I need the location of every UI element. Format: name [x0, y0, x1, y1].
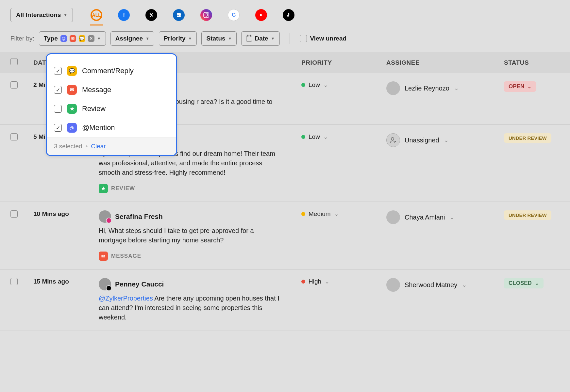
chevron-down-icon: ▼ — [145, 36, 149, 41]
app-root: All Interactions ▼ ALL f 𝕏 G Filter by: … — [0, 0, 570, 392]
priority-label: Low — [309, 81, 320, 89]
priority-selector[interactable]: Low⌄ — [301, 81, 328, 89]
filter-assignee[interactable]: Assignee ▼ — [110, 31, 154, 46]
chevron-down-icon: ⌄ — [444, 137, 449, 144]
message-icon: ✉ — [67, 85, 77, 95]
chevron-down-icon: ⌄ — [325, 278, 329, 285]
type-option-label: @Mention — [82, 123, 115, 132]
mention-icon: @ — [60, 35, 67, 42]
status-badge[interactable]: UNDER REVIEW — [504, 210, 551, 220]
view-unread-checkbox[interactable] — [300, 35, 307, 42]
tiktok-icon[interactable] — [283, 9, 294, 21]
type-option-checkbox[interactable] — [54, 105, 62, 113]
filter-status[interactable]: Status ▼ — [201, 31, 237, 46]
chevron-down-icon: ▼ — [188, 36, 192, 41]
chevron-down-icon: ▼ — [271, 36, 275, 41]
row-date: 10 Mins ago — [33, 210, 99, 218]
type-option-checkbox[interactable] — [54, 86, 62, 94]
status-label: OPEN — [509, 83, 524, 90]
mention-link[interactable]: @ZylkerProperties — [99, 295, 153, 302]
network-badge-icon — [106, 218, 112, 223]
filter-status-label: Status — [206, 35, 225, 42]
assignee-selector[interactable]: Unassigned⌄ — [386, 133, 504, 147]
type-option-mention[interactable]: @@Mention — [47, 118, 176, 137]
filter-priority[interactable]: Priority ▼ — [159, 31, 197, 46]
interaction-type-label: REVIEW — [111, 185, 135, 192]
col-header-assignee: ASSIGNEE — [386, 59, 504, 66]
filter-type[interactable]: Type @ ✉ 💬 ✕ ▼ — [39, 31, 106, 46]
table-row[interactable]: 15 Mins agoPenney Caucci@ZylkerPropertie… — [0, 270, 570, 331]
comment-icon: 💬 — [79, 35, 85, 42]
type-option-label: Comment/Reply — [82, 67, 134, 75]
linkedin-icon[interactable] — [173, 9, 185, 21]
svg-point-2 — [177, 14, 178, 14]
assignee-selector[interactable]: Sherwood Matney⌄ — [386, 278, 504, 292]
svg-rect-4 — [204, 12, 209, 18]
filter-date-label: Date — [255, 35, 268, 42]
type-option-review[interactable]: ★Review — [47, 99, 176, 118]
chevron-down-icon: ▼ — [63, 13, 67, 17]
avatar — [386, 278, 400, 292]
facebook-icon[interactable]: f — [118, 9, 130, 21]
message-icon: ✉ — [99, 252, 108, 261]
chevron-down-icon: ⌄ — [449, 214, 454, 221]
type-option-message[interactable]: ✉Message — [47, 80, 176, 99]
filter-bar: Filter by: Type @ ✉ 💬 ✕ ▼ Assignee ▼ Pri… — [0, 26, 570, 52]
clear-type-filter[interactable]: Clear — [91, 143, 106, 150]
view-unread-label: View unread — [310, 35, 347, 42]
filter-date[interactable]: Date ▼ — [241, 31, 279, 46]
status-badge[interactable]: OPEN⌄ — [504, 81, 536, 92]
instagram-icon[interactable] — [200, 9, 212, 21]
avatar — [99, 210, 111, 223]
status-badge[interactable]: UNDER REVIEW — [504, 133, 551, 143]
channel-all[interactable]: ALL — [91, 9, 102, 21]
clear-type-icon[interactable]: ✕ — [88, 35, 94, 42]
row-checkbox[interactable] — [10, 210, 18, 218]
priority-dot-icon — [301, 280, 305, 284]
row-checkbox[interactable] — [10, 278, 18, 285]
chevron-down-icon: ⌄ — [323, 133, 328, 140]
priority-selector[interactable]: High⌄ — [301, 278, 329, 285]
channel-all-label: ALL — [92, 12, 101, 18]
priority-selector[interactable]: Medium⌄ — [301, 210, 339, 218]
divider — [290, 33, 290, 44]
svg-marker-7 — [260, 14, 263, 16]
chevron-down-icon: ⌄ — [535, 281, 539, 286]
x-twitter-icon[interactable]: 𝕏 — [145, 9, 157, 21]
type-option-checkbox[interactable] — [54, 67, 62, 75]
type-option-comment[interactable]: 💬Comment/Reply — [47, 61, 176, 80]
chevron-down-icon: ⌄ — [462, 281, 467, 288]
priority-dot-icon — [301, 212, 305, 216]
row-checkbox[interactable] — [10, 133, 18, 140]
avatar — [99, 278, 111, 290]
type-option-checkbox[interactable] — [54, 124, 62, 132]
priority-label: Low — [309, 133, 320, 140]
chevron-down-icon: ▼ — [97, 36, 101, 41]
select-all-checkbox[interactable] — [10, 58, 18, 65]
filter-priority-label: Priority — [164, 35, 186, 42]
filter-type-label: Type — [44, 35, 58, 42]
chevron-down-icon: ⌄ — [528, 84, 531, 89]
message-body: Hi, What steps should I take to get pre-… — [99, 226, 282, 245]
youtube-icon[interactable] — [255, 9, 267, 21]
priority-dot-icon — [301, 135, 305, 139]
status-label: UNDER REVIEW — [509, 212, 547, 218]
type-filter-footer: 3 selected • Clear — [47, 137, 176, 155]
priority-selector[interactable]: Low⌄ — [301, 133, 328, 140]
priority-label: Medium — [309, 210, 331, 218]
filter-assignee-label: Assignee — [115, 35, 143, 42]
row-checkbox[interactable] — [10, 81, 18, 89]
assignee-selector[interactable]: Chaya Amlani⌄ — [386, 210, 504, 224]
google-icon[interactable]: G — [228, 9, 240, 21]
interaction-type-label: MESSAGE — [111, 253, 141, 259]
table-row[interactable]: 10 Mins agoSerafina FreshHi, What steps … — [0, 202, 570, 270]
view-selector[interactable]: All Interactions ▼ — [10, 8, 73, 22]
avatar — [386, 210, 400, 224]
status-badge[interactable]: CLOSED⌄ — [504, 278, 544, 288]
type-option-label: Review — [82, 105, 106, 113]
author-name: Penney Caucci — [115, 280, 164, 288]
status-label: CLOSED — [509, 280, 532, 286]
assignee-selector[interactable]: Lezlie Reynozo⌄ — [386, 81, 504, 95]
view-unread-toggle[interactable]: View unread — [300, 35, 347, 42]
chevron-down-icon: ⌄ — [323, 81, 328, 89]
